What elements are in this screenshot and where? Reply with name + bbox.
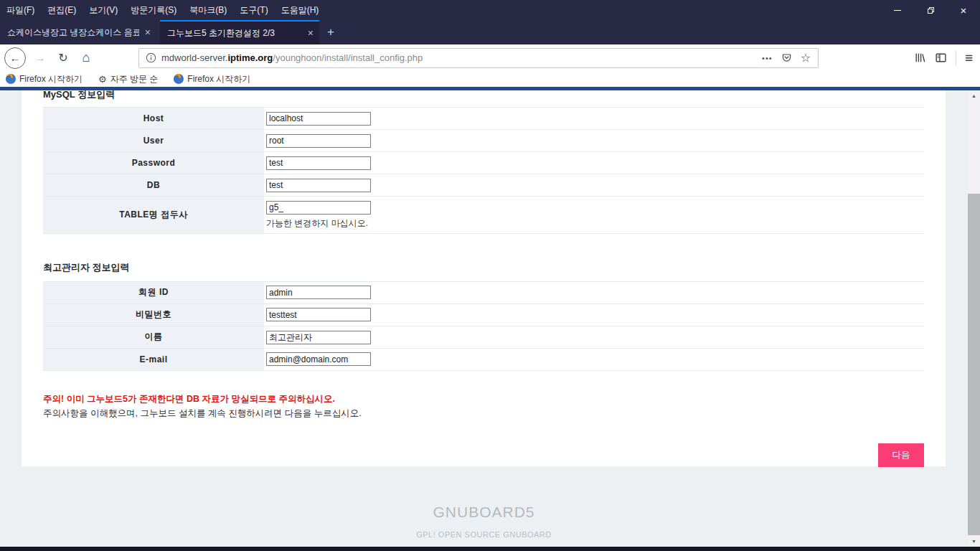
- field-label: 회원 ID: [43, 282, 264, 303]
- field-label: Password: [43, 152, 264, 174]
- tab-bar: 쇼케이스냉장고 냉장쇼케이스 음료 × 그누보드5 초기환경설정 2/3 × +: [0, 20, 980, 44]
- bookmark-star-icon[interactable]: ☆: [801, 51, 811, 65]
- toolbar-right: ≡: [914, 51, 980, 65]
- tab-close-icon[interactable]: ×: [145, 27, 151, 37]
- bookmark-label: Firefox 시작하기: [19, 73, 83, 85]
- bookmark-firefox-start-2[interactable]: Firefox 시작하기: [174, 73, 250, 85]
- scrollbar-thumb[interactable]: [968, 194, 980, 535]
- taskbar-edge: [0, 547, 980, 551]
- field-label: Host: [43, 108, 264, 129]
- table-prefix-note: 가능한 변경하지 마십시오.: [266, 217, 924, 230]
- back-button[interactable]: ←: [4, 47, 26, 69]
- close-button[interactable]: ×: [947, 0, 980, 20]
- menu-hamburger-icon[interactable]: ≡: [965, 51, 973, 65]
- vertical-scrollbar[interactable]: ▲ ▼: [968, 90, 980, 547]
- field-label: DB: [43, 174, 264, 196]
- table-row: TABLE명 접두사 가능한 변경하지 마십시오.: [43, 197, 924, 234]
- url-actions: ••• ☆: [762, 51, 811, 65]
- db-input[interactable]: [266, 179, 371, 192]
- tab-title: 쇼케이스냉장고 냉장쇼케이스 음료: [7, 27, 139, 39]
- home-button[interactable]: ⌂: [75, 47, 98, 69]
- minimize-icon: [894, 10, 901, 11]
- menu-bookmarks[interactable]: 북마크(B): [183, 0, 233, 20]
- url-text[interactable]: mdworld-server.iptime.org/younghoon/inst…: [161, 52, 755, 63]
- url-host-prefix: mdworld-server.: [161, 52, 227, 63]
- navigation-toolbar: ← → ↻ ⌂ mdworld-server.iptime.org/youngh…: [0, 44, 980, 71]
- url-path: /younghoon/install/install_config.php: [273, 52, 423, 63]
- button-row: 다음: [43, 443, 924, 467]
- table-row: User: [43, 130, 924, 152]
- field-label: 비밀번호: [43, 304, 264, 326]
- page-viewport: MySQL 정보입력 Host User Password DB TABLE명 …: [0, 90, 980, 551]
- minimize-button[interactable]: [881, 0, 914, 20]
- toolbar-divider: [956, 51, 956, 65]
- bookmarks-toolbar: Firefox 시작하기 ⚙ 자주 방문 순 Firefox 시작하기: [0, 71, 980, 87]
- tab-gnuboard-install[interactable]: 그누보드5 초기환경설정 2/3 ×: [160, 20, 319, 44]
- menu-edit[interactable]: 편집(E): [41, 0, 83, 20]
- new-tab-button[interactable]: +: [319, 20, 342, 44]
- menu-tools[interactable]: 도구(T): [233, 0, 274, 20]
- table-row: E-mail: [43, 349, 924, 371]
- admin-email-input[interactable]: [266, 352, 371, 366]
- user-input[interactable]: [266, 134, 371, 148]
- password-input[interactable]: [266, 156, 371, 170]
- admin-form-table: 회원 ID 비밀번호 이름 E-mail: [43, 281, 924, 371]
- url-bar[interactable]: mdworld-server.iptime.org/younghoon/inst…: [138, 48, 819, 68]
- mysql-form-table: Host User Password DB TABLE명 접두사 가능한 변경하…: [43, 107, 924, 234]
- field-label: E-mail: [43, 349, 264, 370]
- bookmark-firefox-start-1[interactable]: Firefox 시작하기: [6, 73, 83, 85]
- menu-history[interactable]: 방문기록(S): [124, 0, 183, 20]
- page-footer: GNUBOARD5 GPL! OPEN SOURCE GNUBOARD: [0, 504, 968, 539]
- tab-close-icon[interactable]: ×: [308, 28, 314, 38]
- table-prefix-input[interactable]: [266, 201, 371, 215]
- menu-file[interactable]: 파일(F): [0, 0, 41, 20]
- forward-button[interactable]: →: [29, 47, 52, 69]
- menu-view[interactable]: 보기(V): [83, 0, 124, 20]
- db-loss-warning: 주의! 이미 그누보드5가 존재한다면 DB 자료가 망실되므로 주의하십시오.: [43, 393, 924, 405]
- footer-logo-text: GNUBOARD5: [0, 504, 968, 521]
- table-row: DB: [43, 174, 924, 197]
- tab-title: 그누보드5 초기환경설정 2/3: [167, 27, 302, 39]
- scroll-up-icon[interactable]: ▲: [968, 90, 980, 101]
- proceed-notice: 주의사항을 이해했으며, 그누보드 설치를 계속 진행하시려면 다음을 누르십시…: [43, 408, 924, 420]
- admin-name-input[interactable]: [266, 331, 371, 344]
- pocket-icon[interactable]: [781, 52, 792, 63]
- host-input[interactable]: [266, 112, 371, 126]
- field-label: TABLE명 접두사: [43, 197, 264, 233]
- field-label: 이름: [43, 326, 264, 348]
- scroll-down-icon[interactable]: ▼: [968, 536, 980, 547]
- tab-showcase[interactable]: 쇼케이스냉장고 냉장쇼케이스 음료 ×: [0, 20, 156, 44]
- url-domain: iptime.org: [227, 52, 273, 63]
- mysql-section-heading: MySQL 정보입력: [43, 90, 924, 100]
- firefox-icon: [6, 74, 16, 84]
- footer-subtitle: GPL! OPEN SOURCE GNUBOARD: [0, 530, 968, 539]
- gear-icon: ⚙: [98, 75, 107, 84]
- table-row: 회원 ID: [43, 282, 924, 304]
- field-label: User: [43, 130, 264, 151]
- next-button[interactable]: 다음: [878, 443, 924, 467]
- site-info-icon[interactable]: [146, 52, 156, 63]
- install-form-panel: MySQL 정보입력 Host User Password DB TABLE명 …: [22, 90, 946, 466]
- window-controls: ×: [881, 0, 980, 20]
- browser-titlebar: 파일(F) 편집(E) 보기(V) 방문기록(S) 북마크(B) 도구(T) 도…: [0, 0, 980, 20]
- firefox-icon: [174, 74, 184, 84]
- admin-id-input[interactable]: [266, 286, 371, 299]
- bookmark-label: Firefox 시작하기: [187, 73, 250, 85]
- table-row: 비밀번호: [43, 304, 924, 326]
- restore-icon: [928, 7, 934, 14]
- sidebar-toggle-icon[interactable]: [935, 52, 947, 64]
- restore-button[interactable]: [914, 0, 947, 20]
- library-icon[interactable]: [914, 52, 926, 64]
- admin-password-input[interactable]: [266, 308, 371, 321]
- menu-help[interactable]: 도움말(H): [275, 0, 326, 20]
- admin-section-heading: 최고관리자 정보입력: [43, 262, 924, 273]
- close-icon: ×: [961, 5, 967, 16]
- table-row: 이름: [43, 326, 924, 349]
- page-actions-icon[interactable]: •••: [762, 54, 773, 62]
- bookmark-label: 자주 방문 순: [110, 73, 159, 85]
- reload-button[interactable]: ↻: [52, 47, 75, 69]
- bookmark-most-visited[interactable]: ⚙ 자주 방문 순: [98, 73, 158, 85]
- table-row: Host: [43, 108, 924, 130]
- table-row: Password: [43, 152, 924, 174]
